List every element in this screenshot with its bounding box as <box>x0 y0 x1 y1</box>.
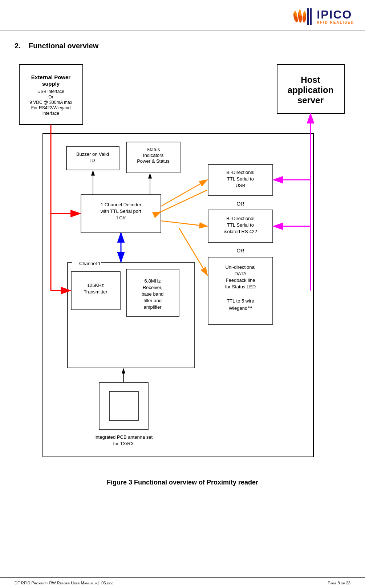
svg-text:Buzzer on Valid: Buzzer on Valid <box>76 151 109 157</box>
svg-text:USB interface: USB interface <box>37 89 64 94</box>
svg-rect-6 <box>307 8 309 25</box>
svg-text:125KHz: 125KHz <box>87 283 104 288</box>
footer-left: DF RFID Proximity RW Reader User Manual … <box>15 581 113 585</box>
logo-flames <box>292 7 314 27</box>
svg-rect-62 <box>109 392 138 421</box>
svg-text:for TX/RX: for TX/RX <box>113 441 134 446</box>
svg-text:TTL to 5 wire: TTL to 5 wire <box>227 298 254 304</box>
svg-text:Channel 1: Channel 1 <box>79 261 101 266</box>
svg-text:supply: supply <box>42 81 60 87</box>
svg-text:amplifier: amplifier <box>143 304 162 310</box>
svg-text:Integrated PCB antenna set: Integrated PCB antenna set <box>94 434 153 440</box>
svg-text:interface: interface <box>42 111 59 116</box>
svg-text:External Power: External Power <box>31 74 70 80</box>
svg-text:OR: OR <box>236 201 244 207</box>
svg-text:1 Channel Decoder: 1 Channel Decoder <box>100 202 141 207</box>
svg-text:isolated RS 422: isolated RS 422 <box>224 229 257 234</box>
svg-text:application: application <box>287 85 333 95</box>
svg-text:TTL Serial to: TTL Serial to <box>227 176 254 182</box>
svg-text:Host: Host <box>301 75 320 85</box>
footer-right: Page 8 of 23 <box>328 581 350 585</box>
svg-text:Status: Status <box>146 147 160 152</box>
svg-text:Transmitter: Transmitter <box>84 289 108 295</box>
svg-text:with TTL Serial port: with TTL Serial port <box>100 208 141 214</box>
svg-text:Bi-Directional: Bi-Directional <box>226 216 254 221</box>
svg-text:Indicators: Indicators <box>143 153 163 158</box>
diagram-container: External Power supply USB interface Or 9… <box>16 61 350 471</box>
svg-text:OR: OR <box>236 248 244 254</box>
svg-text:Power & Status: Power & Status <box>137 158 170 164</box>
svg-text:Wiegand™: Wiegand™ <box>228 305 252 311</box>
svg-text:Or: Or <box>48 94 53 100</box>
figure-caption: Figure 3 Functional overview of Proximit… <box>15 479 350 486</box>
svg-text:TTL Serial to: TTL Serial to <box>227 222 254 228</box>
logo-ipico: IPICO <box>317 9 354 20</box>
page-footer: DF RFID Proximity RW Reader User Manual … <box>0 577 365 588</box>
section-title: 2. Functional overview <box>15 42 350 50</box>
svg-text:for Status LED: for Status LED <box>225 284 256 289</box>
svg-text:server: server <box>297 95 323 105</box>
svg-text:6.8MHz: 6.8MHz <box>144 278 161 284</box>
svg-text:ID: ID <box>90 158 95 163</box>
page-header: IPICO RFID REALISED <box>0 0 365 31</box>
svg-text:Receiver,: Receiver, <box>142 285 162 290</box>
logo: IPICO RFID REALISED <box>292 7 354 27</box>
svg-text:For RS422/Wiegand: For RS422/Wiegand <box>31 105 70 110</box>
svg-text:'I Ch': 'I Ch' <box>115 215 126 220</box>
main-content: 2. Functional overview External Power su… <box>0 31 365 494</box>
svg-text:base band: base band <box>141 291 163 297</box>
svg-text:DATA: DATA <box>234 271 246 276</box>
svg-text:Bi-Directional: Bi-Directional <box>226 170 254 175</box>
svg-text:USB: USB <box>235 183 245 188</box>
svg-text:filter and: filter and <box>143 298 162 303</box>
diagram-svg: External Power supply USB interface Or 9… <box>16 61 350 471</box>
logo-text-block: IPICO RFID REALISED <box>317 9 354 24</box>
svg-text:9 VDC @ 300mA max: 9 VDC @ 300mA max <box>29 100 72 105</box>
svg-rect-7 <box>310 8 312 25</box>
svg-text:Feedback line: Feedback line <box>226 277 255 283</box>
svg-text:Uni-directional: Uni-directional <box>225 264 255 270</box>
logo-sub: RFID REALISED <box>317 20 354 24</box>
